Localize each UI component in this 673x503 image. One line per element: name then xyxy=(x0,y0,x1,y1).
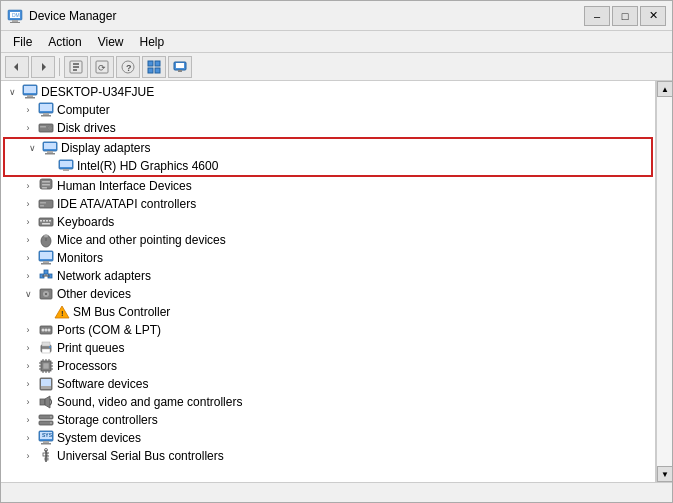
item-label: Sound, video and game controllers xyxy=(57,395,242,409)
disk-expand[interactable]: › xyxy=(21,121,35,135)
usb-expand[interactable]: › xyxy=(21,449,35,463)
update-button[interactable]: ⟳ xyxy=(90,56,114,78)
list-item[interactable]: › Keyboards xyxy=(1,213,655,231)
monitors-expand[interactable]: › xyxy=(21,251,35,265)
processor-icon xyxy=(38,358,54,374)
computer-expand[interactable]: › xyxy=(21,103,35,117)
svg-rect-53 xyxy=(42,223,50,225)
list-item[interactable]: › Sound, video and game controllers xyxy=(1,393,655,411)
item-label: Universal Serial Bus controllers xyxy=(57,449,224,463)
list-item[interactable]: › Monitors xyxy=(1,249,655,267)
item-label: Intel(R) HD Graphics 4600 xyxy=(77,159,218,173)
svg-rect-23 xyxy=(24,86,36,93)
properties-button[interactable] xyxy=(64,56,88,78)
svg-text:DM: DM xyxy=(12,12,20,18)
forward-button[interactable] xyxy=(31,56,55,78)
list-item[interactable]: ! SM Bus Controller xyxy=(1,303,655,321)
svg-rect-25 xyxy=(25,97,35,99)
menu-view[interactable]: View xyxy=(90,33,132,51)
root-label: DESKTOP-U34FJUE xyxy=(41,85,154,99)
ide-expand[interactable]: › xyxy=(21,197,35,211)
svg-rect-43 xyxy=(42,184,50,186)
svg-rect-49 xyxy=(40,220,42,222)
list-item[interactable]: › Computer xyxy=(1,101,655,119)
system-expand[interactable]: › xyxy=(21,431,35,445)
svg-rect-17 xyxy=(148,68,153,73)
root-expand[interactable]: ∨ xyxy=(5,85,19,99)
svg-rect-20 xyxy=(176,63,184,68)
list-item[interactable]: › Disk drives xyxy=(1,119,655,137)
tree-panel[interactable]: ∨ DESKTOP-U34FJUE › xyxy=(1,81,656,482)
item-label: Processors xyxy=(57,359,117,373)
list-item[interactable]: › Print queues xyxy=(1,339,655,357)
maximize-button[interactable]: □ xyxy=(612,6,638,26)
sound-expand[interactable]: › xyxy=(21,395,35,409)
list-item[interactable]: › IDE ATA/ATAPI controllers xyxy=(1,195,655,213)
list-item[interactable]: › xyxy=(1,357,655,375)
print-expand[interactable]: › xyxy=(21,341,35,355)
toolbar: ⟳ ? xyxy=(1,53,672,81)
list-item[interactable]: › Network adapters xyxy=(1,267,655,285)
svg-rect-51 xyxy=(46,220,48,222)
keyboard-expand[interactable]: › xyxy=(21,215,35,229)
back-button[interactable] xyxy=(5,56,29,78)
list-item[interactable]: › Human Interface Devices xyxy=(1,177,655,195)
svg-rect-42 xyxy=(42,181,50,183)
display-adapters-item[interactable]: ∨ Display adapters xyxy=(5,139,651,157)
item-label: Disk drives xyxy=(57,121,116,135)
svg-point-79 xyxy=(49,346,51,348)
scroll-track[interactable] xyxy=(657,97,672,466)
usb-icon xyxy=(38,448,54,464)
svg-marker-6 xyxy=(42,63,46,71)
svg-rect-33 xyxy=(40,126,46,128)
computer-icon xyxy=(38,102,54,118)
svg-rect-15 xyxy=(148,61,153,66)
storage-icon xyxy=(38,412,54,428)
menu-file[interactable]: File xyxy=(5,33,40,51)
storage-expand[interactable]: › xyxy=(21,413,35,427)
svg-rect-36 xyxy=(47,151,53,153)
scroll-up-button[interactable]: ▲ xyxy=(657,81,672,97)
help-button[interactable]: ? xyxy=(116,56,140,78)
svg-rect-44 xyxy=(42,187,47,189)
intel-hd-item[interactable]: › Intel(R) HD Graphics 4600 xyxy=(5,157,651,175)
mice-expand[interactable]: › xyxy=(21,233,35,247)
menu-action[interactable]: Action xyxy=(40,33,89,51)
app-icon: DM xyxy=(7,8,23,24)
list-item[interactable]: › Storage controllers xyxy=(1,411,655,429)
svg-point-75 xyxy=(48,329,51,332)
software-expand[interactable]: › xyxy=(21,377,35,391)
svg-rect-18 xyxy=(155,68,160,73)
svg-rect-45 xyxy=(39,200,53,208)
ports-expand[interactable]: › xyxy=(21,323,35,337)
processor-expand[interactable]: › xyxy=(21,359,35,373)
list-item[interactable]: › Mice and other pointing devices xyxy=(1,231,655,249)
svg-point-69 xyxy=(45,293,47,295)
menu-help[interactable]: Help xyxy=(132,33,173,51)
svg-rect-106 xyxy=(41,443,51,445)
list-item[interactable]: › Ports (COM & LPT) xyxy=(1,321,655,339)
other-expand[interactable]: ∨ xyxy=(21,287,35,301)
printer-icon xyxy=(38,340,54,356)
svg-rect-96 xyxy=(41,386,51,389)
view-button[interactable] xyxy=(142,56,166,78)
svg-point-101 xyxy=(50,416,52,418)
scrollbar[interactable]: ▲ ▼ xyxy=(656,81,672,482)
network-icon xyxy=(38,268,54,284)
display-expand[interactable]: ∨ xyxy=(25,141,39,155)
svg-rect-39 xyxy=(60,161,72,167)
scroll-down-button[interactable]: ▼ xyxy=(657,466,672,482)
minimize-button[interactable]: – xyxy=(584,6,610,26)
list-item[interactable]: ∨ Other devices xyxy=(1,285,655,303)
list-item[interactable]: › Universal Serial Bus controllers xyxy=(1,447,655,465)
hid-expand[interactable]: › xyxy=(21,179,35,193)
svg-rect-59 xyxy=(43,261,49,263)
list-item[interactable]: › Software devices xyxy=(1,375,655,393)
network-expand[interactable]: › xyxy=(21,269,35,283)
list-item[interactable]: › SYS System devices xyxy=(1,429,655,447)
svg-text:⟳: ⟳ xyxy=(98,63,106,73)
tree-root[interactable]: ∨ DESKTOP-U34FJUE xyxy=(1,83,655,101)
close-button[interactable]: ✕ xyxy=(640,6,666,26)
monitor-button[interactable] xyxy=(168,56,192,78)
item-label: Mice and other pointing devices xyxy=(57,233,226,247)
